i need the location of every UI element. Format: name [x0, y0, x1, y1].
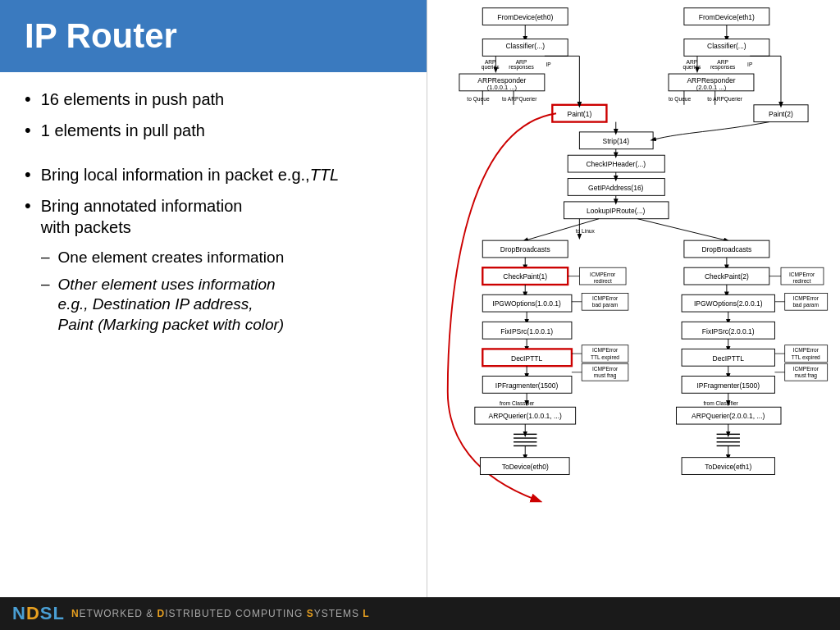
svg-text:must frag: must frag — [594, 372, 617, 379]
svg-text:DropBroadcasts: DropBroadcasts — [500, 245, 550, 253]
svg-text:Classifier(...): Classifier(...) — [707, 42, 746, 50]
svg-text:Paint(1): Paint(1) — [567, 110, 591, 118]
sub-bullet-dash: – — [41, 275, 50, 293]
right-panel: FromDevice(eth0) FromDevice(eth1) Classi… — [427, 0, 840, 597]
svg-text:CheckPaint(1): CheckPaint(1) — [503, 272, 547, 281]
svg-text:IPFragmenter(1500): IPFragmenter(1500) — [696, 381, 760, 390]
sub-list-item: – Other element uses informatione.g., De… — [25, 275, 402, 336]
list-item: • 1 elements in pull path — [25, 120, 402, 141]
svg-text:TTL expired: TTL expired — [591, 354, 619, 361]
main-content: IP Router • 16 elements in push path • 1… — [0, 0, 840, 597]
svg-text:ICMPError: ICMPError — [592, 366, 619, 372]
svg-text:ICMPError: ICMPError — [592, 295, 619, 301]
page-title: IP Router — [25, 16, 402, 56]
footer-logo: NDSL NETWORKED & DISTRIBUTED COMPUTING S… — [12, 603, 370, 624]
svg-text:DecIPTTL: DecIPTTL — [511, 354, 543, 363]
svg-text:DecIPTTL: DecIPTTL — [713, 354, 745, 363]
svg-text:ICMPError: ICMPError — [590, 272, 616, 277]
svg-text:IPGWOptions(2.0.0.1): IPGWOptions(2.0.0.1) — [694, 299, 763, 308]
svg-text:to ARPQuerier: to ARPQuerier — [707, 96, 742, 103]
bullet-text: 1 elements in pull path — [41, 120, 205, 141]
svg-text:FixIPSrc(1.0.0.1): FixIPSrc(1.0.0.1) — [500, 327, 553, 336]
svg-text:CheckPaint(2): CheckPaint(2) — [705, 272, 749, 281]
svg-text:IP: IP — [747, 62, 753, 67]
list-item: • Bring local information in packet e.g.… — [25, 164, 402, 185]
svg-text:ToDevice(eth1): ToDevice(eth1) — [705, 463, 751, 471]
svg-text:ICMPError: ICMPError — [793, 366, 819, 372]
sub-bullet-text: One element creates information — [58, 248, 285, 268]
bullet-list: • 16 elements in push path • 1 elements … — [0, 89, 427, 597]
list-item: • 16 elements in push path — [25, 89, 402, 110]
sub-bullet-text: Other element uses informatione.g., Dest… — [58, 275, 285, 336]
svg-text:responses: responses — [509, 64, 534, 71]
svg-text:ICMPError: ICMPError — [793, 347, 819, 353]
svg-text:to ARPQuerier: to ARPQuerier — [502, 96, 537, 103]
svg-text:queries: queries — [683, 64, 701, 71]
svg-text:bad param: bad param — [592, 302, 619, 308]
svg-text:FixIPSrc(2.0.0.1): FixIPSrc(2.0.0.1) — [702, 327, 755, 336]
svg-text:ARPQuerier(2.0.0.1, ...): ARPQuerier(2.0.0.1, ...) — [692, 412, 765, 420]
bullet-dot: • — [25, 90, 31, 108]
bullet-text: Bring local information in packet e.g.,T… — [41, 164, 340, 185]
footer-text: NETWORKED & DISTRIBUTED COMPUTING SYSTEM… — [71, 608, 370, 619]
svg-text:must frag: must frag — [794, 372, 817, 379]
footer-brand: NDSL — [12, 603, 65, 624]
svg-text:ToDevice(eth0): ToDevice(eth0) — [502, 463, 549, 471]
svg-text:Strip(14): Strip(14) — [602, 137, 629, 145]
svg-text:(2.0.0.1 ...): (2.0.0.1 ...) — [696, 84, 727, 91]
bullet-dot: • — [25, 197, 31, 215]
svg-text:redirect: redirect — [594, 278, 612, 284]
svg-text:FromDevice(eth0): FromDevice(eth0) — [497, 13, 553, 21]
svg-text:bad param: bad param — [792, 302, 819, 308]
svg-text:ICMPError: ICMPError — [789, 272, 815, 277]
svg-text:to Queue: to Queue — [669, 96, 692, 103]
svg-text:from Classifier: from Classifier — [704, 400, 739, 406]
svg-text:to Queue: to Queue — [467, 96, 490, 103]
svg-text:DropBroadcasts: DropBroadcasts — [701, 245, 751, 253]
sub-bullet-dash: – — [41, 248, 50, 266]
list-item: • Bring annotated informationwith packet… — [25, 195, 402, 238]
svg-text:to Linux: to Linux — [576, 228, 596, 234]
bullet-text: Bring annotated informationwith packets — [41, 195, 243, 238]
svg-line-59 — [637, 219, 727, 240]
left-panel: IP Router • 16 elements in push path • 1… — [0, 0, 427, 597]
svg-text:GetIPAddress(16): GetIPAddress(16) — [588, 184, 644, 192]
svg-text:IPFragmenter(1500): IPFragmenter(1500) — [495, 381, 559, 390]
svg-text:IPGWOptions(1.0.0.1): IPGWOptions(1.0.0.1) — [492, 299, 561, 308]
svg-text:LookupIPRoute(...): LookupIPRoute(...) — [587, 207, 646, 215]
title-banner: IP Router — [0, 0, 427, 72]
svg-text:responses: responses — [710, 64, 736, 71]
svg-text:TTL expired: TTL expired — [792, 354, 820, 361]
sub-list-item: – One element creates information — [25, 248, 402, 268]
svg-text:FromDevice(eth1): FromDevice(eth1) — [699, 13, 755, 21]
svg-text:ICMPError: ICMPError — [793, 295, 819, 301]
svg-text:Classifier(...): Classifier(...) — [505, 42, 545, 50]
svg-text:(1.0.0.1 ...): (1.0.0.1 ...) — [487, 84, 518, 91]
footer: NDSL NETWORKED & DISTRIBUTED COMPUTING S… — [0, 597, 840, 630]
diagram-container: FromDevice(eth0) FromDevice(eth1) Classi… — [431, 4, 836, 593]
svg-text:ICMPError: ICMPError — [592, 347, 619, 353]
svg-text:CheckIPHeader(...): CheckIPHeader(...) — [586, 160, 646, 168]
bullet-dot: • — [25, 121, 31, 139]
svg-text:ARPQuerier(1.0.0.1, ...): ARPQuerier(1.0.0.1, ...) — [489, 412, 562, 420]
bullet-dot: • — [25, 166, 31, 184]
svg-text:queries: queries — [482, 64, 500, 71]
svg-text:Paint(2): Paint(2) — [769, 110, 793, 118]
flow-diagram: FromDevice(eth0) FromDevice(eth1) Classi… — [431, 4, 836, 593]
svg-text:IP: IP — [546, 62, 551, 67]
bullet-text: 16 elements in push path — [41, 89, 225, 110]
svg-text:redirect: redirect — [792, 278, 810, 284]
svg-text:from Classifier: from Classifier — [500, 400, 535, 406]
